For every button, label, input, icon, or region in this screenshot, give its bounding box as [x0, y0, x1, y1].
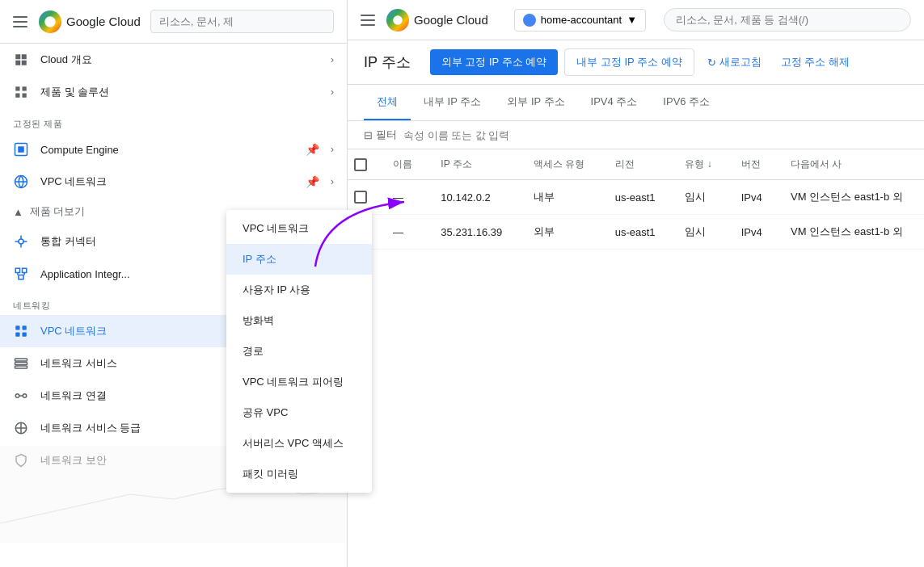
- refresh-button[interactable]: ↻ 새로고침: [701, 49, 768, 75]
- net-tier-icon: [13, 420, 29, 436]
- cell-region: us-east1: [602, 215, 673, 250]
- vpc-net-icon: [13, 323, 29, 339]
- sidebar-item-label: VPC 네트워크: [40, 174, 294, 189]
- select-all-checkbox-header[interactable]: [348, 149, 380, 180]
- reserve-internal-ip-button[interactable]: 내부 고정 IP 주소 예약: [564, 48, 694, 76]
- cell-version: IPv4: [728, 215, 778, 250]
- left-panel: Google Cloud Cloud 개요 › 제품 및 솔루션 ›: [0, 0, 348, 567]
- sidebar-item-label: Compute Engine: [40, 144, 294, 156]
- grid4-icon: [13, 84, 29, 100]
- refresh-icon: ↻: [707, 57, 716, 69]
- dropdown-icon: ▼: [627, 14, 637, 26]
- svg-rect-17: [19, 275, 23, 279]
- left-search-input[interactable]: [150, 10, 334, 33]
- dropdown-item-shared-vpc[interactable]: 공유 VPC: [226, 397, 372, 428]
- pin-icon: 📌: [306, 143, 319, 156]
- sidebar-item-compute-engine[interactable]: Compute Engine 📌 ›: [0, 133, 347, 166]
- svg-rect-5: [18, 146, 24, 153]
- right-panel: Google Cloud home-accountant ▼ IP 주소 외부 …: [348, 0, 924, 567]
- cell-region: us-east1: [602, 180, 673, 215]
- sidebar-item-products[interactable]: 제품 및 솔루션 ›: [0, 76, 347, 108]
- page-title: IP 주소: [364, 52, 411, 72]
- filter-label: ⊟ 필터: [364, 128, 397, 142]
- filter-icon: ⊟: [364, 129, 373, 141]
- connector-icon: [13, 233, 29, 250]
- svg-rect-14: [23, 268, 27, 272]
- chevron-right-icon: ›: [331, 176, 334, 187]
- left-logo: Google Cloud: [39, 10, 141, 33]
- project-selector[interactable]: home-accountant ▼: [514, 9, 646, 32]
- sidebar-item-label: Cloud 개요: [40, 52, 319, 67]
- sidebar-item-vpc-network[interactable]: VPC 네트워크 📌 ›: [0, 166, 347, 198]
- compute-icon: [13, 141, 29, 158]
- tab-external-ip[interactable]: 외부 IP 주소: [494, 85, 577, 120]
- project-label: home-accountant: [541, 14, 622, 26]
- table-row: — 10.142.0.2 내부 us-east1 임시 IPv4 VM 인스턴스…: [348, 180, 924, 215]
- chevron-right-icon: ›: [331, 54, 334, 65]
- left-header: Google Cloud: [0, 0, 347, 44]
- dropdown-item-ip-address[interactable]: IP 주소: [226, 244, 372, 275]
- filter-input[interactable]: [403, 129, 908, 141]
- svg-rect-3: [23, 94, 27, 98]
- left-logo-text: Google Cloud: [66, 15, 141, 28]
- table-header-row: 이름 IP 주소 액세스 유형 리전 유형 ↓: [348, 149, 924, 180]
- svg-rect-20: [15, 333, 19, 337]
- svg-point-26: [23, 394, 27, 398]
- more-products-label: 제품 더보기: [30, 204, 86, 219]
- dropdown-item-packet-mirror[interactable]: 패킷 미러링: [226, 459, 372, 489]
- tab-ipv6[interactable]: IPV6 주소: [650, 85, 723, 120]
- chevron-right-icon: ›: [331, 144, 334, 155]
- cell-ip: 10.142.0.2: [428, 180, 520, 215]
- dropdown-item-vpc-network[interactable]: VPC 네트워크: [226, 213, 372, 244]
- sidebar-item-label: 제품 및 솔루션: [40, 85, 319, 99]
- col-ip: IP 주소: [428, 149, 520, 180]
- right-logo: Google Cloud: [386, 9, 488, 32]
- dropdown-item-firewall[interactable]: 방화벽: [226, 305, 372, 336]
- ip-table: 이름 IP 주소 액세스 유형 리전 유형 ↓: [348, 149, 924, 567]
- svg-rect-0: [15, 86, 19, 90]
- cell-type: 임시: [672, 180, 728, 215]
- hamburger-icon[interactable]: [13, 14, 29, 30]
- net-conn-icon: [13, 388, 29, 404]
- sort-icon: ↓: [707, 158, 712, 170]
- release-label: 고정 주소 해제: [781, 55, 850, 69]
- svg-rect-23: [15, 363, 27, 365]
- cell-access-type: 내부: [521, 180, 602, 215]
- tab-ipv4[interactable]: IPV4 주소: [578, 85, 651, 120]
- sidebar-item-cloud-overview[interactable]: Cloud 개요 ›: [0, 44, 347, 76]
- release-button[interactable]: 고정 주소 해제: [774, 49, 856, 75]
- tab-internal-ip[interactable]: 내부 IP 주소: [411, 85, 494, 120]
- dropdown-item-route[interactable]: 경로: [226, 336, 372, 367]
- svg-rect-2: [15, 94, 19, 98]
- filter-text: 필터: [376, 128, 397, 142]
- svg-point-8: [19, 239, 23, 244]
- svg-rect-13: [15, 268, 19, 272]
- svg-rect-18: [15, 326, 19, 330]
- svg-rect-24: [15, 366, 27, 368]
- tab-all[interactable]: 전체: [364, 85, 411, 120]
- cell-name: —: [380, 180, 428, 215]
- svg-rect-21: [23, 333, 27, 337]
- dropdown-item-service-vpc[interactable]: 서버리스 VPC 액세스: [226, 428, 372, 459]
- col-version: 버전: [728, 149, 778, 180]
- col-name: 이름: [380, 149, 428, 180]
- toolbar: IP 주소 외부 고정 IP 주소 예약 내부 고정 IP 주소 예약 ↻ 새로…: [348, 40, 924, 85]
- svg-rect-1: [23, 86, 27, 90]
- right-header: Google Cloud home-accountant ▼: [348, 0, 924, 40]
- right-hamburger-icon[interactable]: [361, 12, 377, 28]
- col-used-by: 다음에서 사: [778, 149, 924, 180]
- gc-logo-icon: [39, 10, 61, 33]
- integration-icon: [13, 266, 29, 282]
- pinned-section-header: 고정된 제품: [0, 108, 347, 133]
- dropdown-item-vpc-peering[interactable]: VPC 네트워크 피어링: [226, 367, 372, 397]
- dropdown-item-user-ip[interactable]: 사용자 IP 사용: [226, 275, 372, 305]
- reserve-external-ip-button[interactable]: 외부 고정 IP 주소 예약: [430, 49, 559, 75]
- cell-used-by: VM 인스턴스 east1-b 외: [778, 180, 924, 215]
- chevron-right-icon: ›: [331, 86, 334, 98]
- net-service-icon: [13, 355, 29, 372]
- svg-rect-22: [15, 359, 27, 361]
- right-search-input[interactable]: [664, 8, 911, 32]
- cell-used-by: VM 인스턴스 east1-b 외: [778, 215, 924, 250]
- cell-ip: 35.231.16.39: [428, 215, 520, 250]
- chevron-up-icon: ▲: [13, 206, 23, 218]
